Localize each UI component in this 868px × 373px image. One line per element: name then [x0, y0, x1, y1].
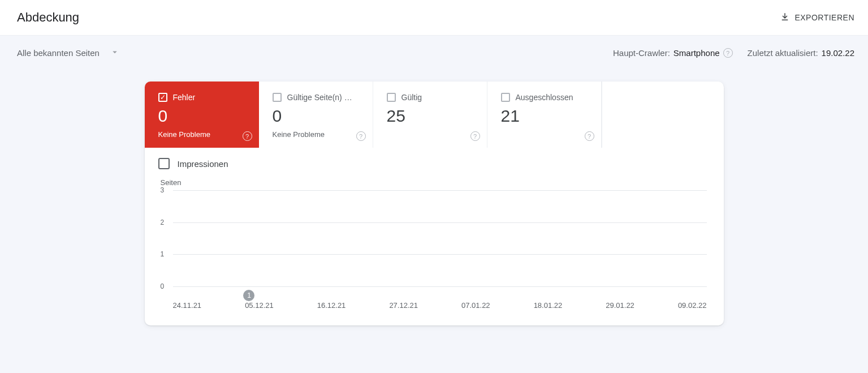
page-title: Abdeckung — [17, 10, 79, 25]
annotation-badge[interactable]: 1 — [243, 290, 254, 301]
main: Fehler 0 Keine Probleme ? Gültige Seite(… — [0, 66, 868, 341]
impressions-label: Impressionen — [178, 159, 228, 169]
x-axis: 24.11.21 05.12.21 16.12.21 27.12.21 07.0… — [173, 301, 707, 310]
tab-error[interactable]: Fehler 0 Keine Probleme ? — [145, 82, 259, 148]
x-tick: 05.12.21 — [245, 301, 274, 310]
export-button[interactable]: EXPORTIEREN — [780, 12, 854, 24]
status-tabs: Fehler 0 Keine Probleme ? Gültige Seite(… — [145, 82, 724, 148]
x-tick: 29.01.22 — [606, 301, 634, 310]
impressions-toggle[interactable]: Impressionen — [145, 148, 724, 174]
checkbox-icon[interactable] — [158, 93, 167, 102]
y-tick: 1 — [161, 250, 165, 258]
x-tick: 18.01.22 — [534, 301, 563, 310]
crawler-label: Haupt-Crawler: — [613, 48, 670, 58]
updated-info: Zuletzt aktualisiert: 19.02.22 — [748, 48, 854, 58]
chart-grid: 3 2 1 0 1 — [173, 190, 707, 286]
crawler-info: Haupt-Crawler: Smartphone ? — [613, 48, 733, 58]
download-icon — [780, 12, 790, 24]
filter-label: Alle bekannten Seiten — [17, 48, 100, 58]
y-tick: 0 — [161, 282, 165, 290]
tab-label: Gültige Seite(n) … — [287, 93, 352, 102]
checkbox-icon[interactable] — [273, 93, 282, 102]
chart: Seiten 3 2 1 0 1 24.11.21 05.12.21 16.12… — [145, 174, 724, 325]
updated-value: 19.02.22 — [822, 48, 854, 58]
help-icon[interactable]: ? — [585, 131, 594, 141]
crawler-value: Smartphone — [673, 48, 720, 58]
tab-value: 0 — [158, 106, 245, 126]
updated-label: Zuletzt aktualisiert: — [748, 48, 818, 58]
tab-value: 25 — [387, 106, 473, 126]
tabs-spacer — [602, 82, 724, 148]
help-icon[interactable]: ? — [470, 131, 480, 141]
checkbox-icon[interactable] — [387, 93, 396, 102]
help-icon[interactable]: ? — [356, 131, 366, 141]
help-icon[interactable]: ? — [723, 48, 733, 58]
y-tick: 2 — [161, 218, 165, 226]
page-header: Abdeckung EXPORTIEREN — [0, 0, 868, 36]
export-label: EXPORTIEREN — [794, 13, 854, 22]
checkbox-icon[interactable] — [158, 158, 170, 169]
x-tick: 16.12.21 — [317, 301, 346, 310]
caret-down-icon — [110, 47, 120, 59]
coverage-card: Fehler 0 Keine Probleme ? Gültige Seite(… — [145, 82, 724, 325]
subheader-right: Haupt-Crawler: Smartphone ? Zuletzt aktu… — [613, 48, 854, 58]
tab-subtext: Keine Probleme — [273, 130, 359, 139]
x-tick: 27.12.21 — [389, 301, 418, 310]
tab-value: 21 — [501, 106, 588, 126]
tab-excluded[interactable]: Ausgeschlossen 21 ? — [487, 82, 602, 148]
x-tick: 07.01.22 — [461, 301, 490, 310]
help-icon[interactable]: ? — [243, 131, 252, 141]
tab-value: 0 — [273, 106, 359, 126]
y-axis-label: Seiten — [161, 178, 710, 187]
tab-subtext: Keine Probleme — [158, 130, 245, 139]
x-tick: 09.02.22 — [678, 301, 707, 310]
tab-valid-warnings[interactable]: Gültige Seite(n) … 0 Keine Probleme ? — [259, 82, 373, 148]
tab-label: Ausgeschlossen — [516, 93, 573, 102]
filter-dropdown[interactable]: Alle bekannten Seiten — [17, 47, 120, 59]
checkbox-icon[interactable] — [501, 93, 510, 102]
x-tick: 24.11.21 — [173, 301, 202, 310]
y-tick: 3 — [161, 186, 165, 194]
tab-valid[interactable]: Gültig 25 ? — [373, 82, 487, 148]
tab-label: Fehler — [173, 93, 196, 102]
subheader: Alle bekannten Seiten Haupt-Crawler: Sma… — [0, 36, 868, 66]
tab-label: Gültig — [401, 93, 422, 102]
